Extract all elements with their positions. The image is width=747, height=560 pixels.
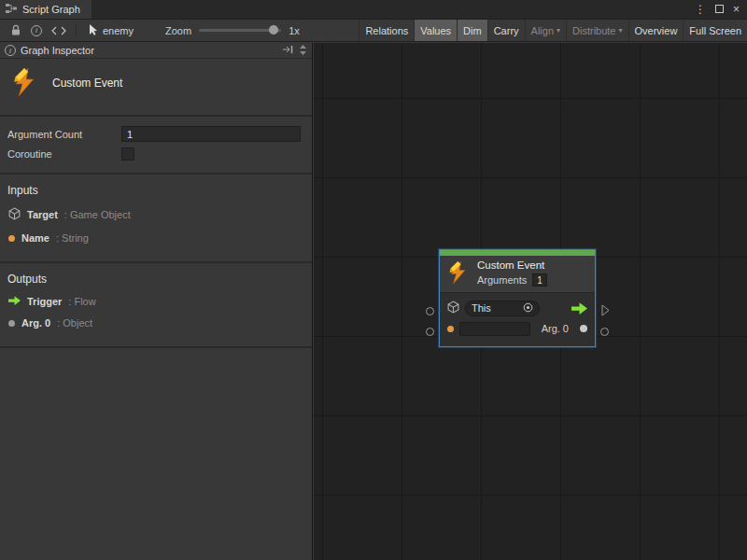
custom-event-icon [11, 68, 39, 98]
inspector-header: i Graph Inspector [0, 43, 312, 59]
node-row-target: This [447, 298, 587, 318]
inputs-section: Inputs Target : Game Object Name : Strin… [0, 175, 312, 263]
unit-settings: Argument Count Coroutine [0, 117, 312, 175]
graph-toolbar: i enemy Zoom 1x Relations Values Dim Car… [0, 19, 747, 42]
argument-count-row: Argument Count [7, 124, 301, 144]
overview-button[interactable]: Overview [628, 20, 684, 41]
node-body: This Arg. 0 [440, 292, 595, 346]
more-menu-icon[interactable]: ⋮ [695, 0, 706, 19]
coroutine-label: Coroutine [7, 148, 121, 160]
relations-button[interactable]: Relations [359, 20, 414, 41]
full-screen-button[interactable]: Full Screen [683, 20, 747, 41]
coroutine-checkbox[interactable] [121, 147, 134, 161]
node-header[interactable]: Custom Event Arguments 1 [440, 256, 595, 292]
zoom-value: 1x [289, 25, 300, 36]
object-dot-icon [8, 320, 15, 327]
trigger-flow-arrow-icon[interactable] [571, 302, 587, 315]
cursor-icon [89, 24, 98, 37]
input-port-name[interactable] [426, 328, 434, 336]
toolbar-divider [76, 24, 77, 37]
window-titlebar: Script Graph ⋮ × [0, 0, 747, 19]
arguments-label: Arguments [477, 274, 527, 286]
values-button[interactable]: Values [414, 20, 457, 41]
dock-icon[interactable] [282, 45, 294, 56]
info-icon[interactable]: i [26, 20, 47, 41]
port-row-name: Name : String [8, 232, 304, 244]
graph-icon [6, 4, 17, 15]
graph-inspector-panel: i Graph Inspector Custom Event Argument … [0, 43, 313, 560]
outputs-section: Outputs Trigger : Flow Arg. 0 : Object [0, 263, 312, 348]
tab-title: Script Graph [22, 4, 80, 15]
lock-icon[interactable] [6, 20, 26, 41]
inputs-heading: Inputs [7, 184, 304, 197]
graph-owner-field[interactable]: enemy [81, 24, 141, 37]
input-port-target[interactable] [426, 307, 434, 315]
unit-title: Custom Event [52, 77, 122, 90]
dim-button[interactable]: Dim [457, 20, 487, 41]
distribute-button: Distribute▾ [566, 20, 627, 41]
port-row-trigger: Trigger : Flow [8, 296, 304, 307]
event-name-input[interactable] [459, 322, 530, 336]
coroutine-row: Coroutine [7, 144, 301, 163]
chevron-down-icon: ▾ [619, 27, 623, 35]
arg0-port-icon[interactable] [580, 325, 587, 332]
cube-icon [8, 207, 21, 222]
inspector-title: Graph Inspector [21, 45, 94, 56]
outputs-heading: Outputs [7, 273, 304, 286]
chevron-down-icon: ▾ [557, 27, 560, 35]
orange-dot-icon [447, 326, 454, 332]
orange-dot-icon [8, 235, 15, 242]
port-row-arg0: Arg. 0 : Object [8, 317, 304, 329]
zoom-slider-handle[interactable] [269, 25, 278, 35]
carry-button[interactable]: Carry [487, 20, 525, 41]
cube-icon [447, 301, 459, 315]
arguments-count-field[interactable]: 1 [532, 273, 547, 287]
flow-arrow-icon [8, 296, 21, 307]
unit-header: Custom Event [0, 59, 312, 117]
port-row-target: Target : Game Object [8, 207, 304, 222]
custom-event-node[interactable]: Custom Event Arguments 1 This [439, 249, 596, 347]
arg0-label: Arg. 0 [542, 323, 569, 334]
target-self-dropdown[interactable]: This [465, 301, 540, 316]
object-name: enemy [103, 25, 134, 36]
node-title: Custom Event [477, 259, 547, 271]
maximize-icon[interactable] [715, 0, 724, 19]
output-port-trigger[interactable] [601, 304, 610, 318]
zoom-label: Zoom [165, 25, 191, 36]
custom-event-icon [447, 261, 470, 286]
zoom-slider[interactable] [199, 29, 281, 32]
scroll-arrows[interactable] [299, 44, 307, 58]
info-icon: i [5, 45, 16, 56]
node-row-name: Arg. 0 [447, 318, 587, 339]
object-picker-icon [523, 302, 533, 315]
code-icon[interactable] [47, 20, 71, 41]
close-icon[interactable]: × [733, 0, 740, 19]
argument-count-label: Argument Count [7, 129, 121, 140]
output-port-arg0[interactable] [600, 328, 609, 336]
argument-count-input[interactable] [121, 126, 301, 142]
graph-canvas[interactable]: Custom Event Arguments 1 This [314, 43, 747, 560]
tab-script-graph[interactable]: Script Graph [0, 0, 92, 19]
align-button: Align▾ [525, 20, 566, 41]
